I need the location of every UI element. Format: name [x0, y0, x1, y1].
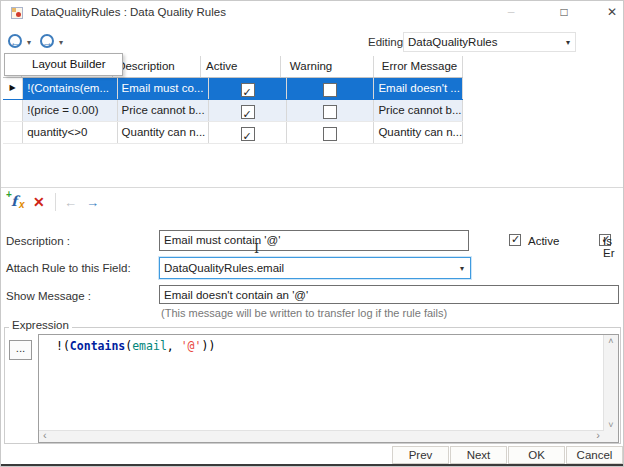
fx-f-glyph: f — [11, 193, 17, 209]
chevron-down-icon[interactable]: ▾ — [460, 264, 464, 273]
scroll-left-icon[interactable]: ‹ — [43, 429, 47, 441]
cell-description[interactable]: Quantity can n... — [118, 122, 209, 143]
close-button[interactable]: ✕ — [598, 1, 624, 23]
cell-rule[interactable]: !(price = 0.00) — [23, 100, 117, 121]
title-bar[interactable]: DataQualityRules : Data Quality Rules – … — [1, 1, 623, 25]
next-rule-icon[interactable]: → — [86, 195, 99, 210]
delete-rule-icon[interactable]: ✕ — [33, 194, 45, 210]
editing-label: Editing: — [368, 36, 406, 48]
new-rule-fx-icon[interactable]: + f x — [7, 193, 29, 211]
grid-header-description[interactable]: Description — [113, 56, 201, 77]
maximize-button[interactable]: □ — [550, 1, 578, 23]
show-message-value: Email doesn't contain an '@' — [164, 288, 308, 303]
show-message-label: Show Message : — [6, 290, 91, 302]
app-window: DataQualityRules : Data Quality Rules – … — [0, 0, 624, 467]
description-label: Description : — [6, 235, 70, 247]
attach-field-value: DataQualityRules.email — [164, 261, 284, 276]
next-button[interactable]: Next — [450, 446, 507, 464]
active-checkbox[interactable] — [509, 234, 521, 246]
grid-header-warning[interactable]: Warning — [281, 56, 374, 77]
expression-code-line: !(Contains(email, '@')) — [56, 339, 215, 353]
cancel-button[interactable]: Cancel — [566, 446, 623, 464]
code-token: !( — [56, 339, 70, 353]
back-button-icon[interactable]: ← — [8, 34, 22, 48]
description-input[interactable]: Email must contain '@' — [159, 230, 469, 251]
scroll-up-icon[interactable]: ˄ — [604, 336, 618, 346]
window-title: DataQualityRules : Data Quality Rules — [31, 6, 226, 18]
attach-field-combobox[interactable]: DataQualityRules.email ▾ — [159, 257, 471, 279]
warning-checkbox[interactable] — [323, 127, 337, 141]
editing-combobox-value: DataQualityRules — [408, 35, 497, 50]
scroll-down-icon[interactable]: ˅ — [604, 420, 618, 430]
vertical-scrollbar[interactable]: ˄ ˅ — [603, 335, 618, 431]
warning-checkbox[interactable] — [323, 105, 337, 119]
active-checkbox-label: Active — [528, 235, 559, 247]
expression-group-label: Expression — [9, 319, 72, 331]
cell-description[interactable]: Email must co... — [118, 78, 209, 99]
warning-checkbox[interactable] — [323, 83, 337, 97]
cell-error-message[interactable]: Quantity can n... — [374, 122, 463, 143]
menu-item-layout-builder[interactable]: Layout Builder — [5, 54, 122, 75]
fx-x-glyph: x — [19, 199, 25, 210]
toolbar-separator — [55, 193, 56, 211]
attach-field-label: Attach Rule to this Field: — [6, 262, 131, 274]
active-checkbox[interactable] — [241, 127, 255, 141]
expression-editor-button[interactable]: ... — [9, 340, 32, 360]
table-row[interactable]: quantity<>0 Quantity can n... Quantity c… — [3, 122, 463, 144]
table-row[interactable]: ▶ !(Contains(em... Email must co... Emai… — [3, 78, 463, 100]
is-error-checkbox-label: Is Er — [603, 235, 623, 259]
cell-active — [209, 122, 287, 143]
prev-button[interactable]: Prev — [392, 446, 449, 464]
cell-error-message[interactable]: Email doesn't ... — [374, 78, 463, 99]
cell-rule[interactable]: quantity<>0 — [23, 122, 117, 143]
table-row[interactable]: !(price = 0.00) Price cannot b... Price … — [3, 100, 463, 122]
cell-warning — [287, 100, 374, 121]
chevron-down-icon[interactable]: ▾ — [566, 38, 570, 47]
cell-warning — [287, 122, 374, 143]
cell-active — [209, 100, 287, 121]
row-indicator — [3, 100, 23, 121]
row-indicator — [3, 122, 23, 143]
scroll-right-icon[interactable]: › — [596, 429, 600, 441]
dropdown-menu: Layout Builder — [4, 53, 123, 76]
code-token: , — [167, 339, 181, 353]
horizontal-scrollbar[interactable]: ‹ › — [39, 430, 604, 442]
expression-code-editor[interactable]: !(Contains(email, '@')) ˄ ˅ ‹ › — [38, 334, 619, 443]
code-token-identifier: email — [132, 339, 167, 353]
code-token: )) — [201, 339, 215, 353]
active-checkbox[interactable] — [241, 83, 255, 97]
cell-error-message[interactable]: Price cannot b... — [374, 100, 463, 121]
row-indicator-icon: ▶ — [3, 78, 23, 99]
panel-divider — [1, 187, 624, 188]
forward-dropdown-caret-icon[interactable]: ▾ — [59, 38, 63, 47]
show-message-hint: (This message will be written to transfe… — [161, 307, 447, 319]
active-checkbox[interactable] — [241, 105, 255, 119]
cell-rule[interactable]: !(Contains(em... — [23, 78, 117, 99]
cell-active — [209, 78, 287, 99]
code-token-string: '@' — [181, 339, 202, 353]
back-dropdown-caret-icon[interactable]: ▾ — [27, 38, 31, 47]
text-cursor-icon: I — [254, 241, 259, 256]
show-message-input[interactable]: Email doesn't contain an '@' — [159, 285, 619, 304]
minimize-button[interactable]: – — [497, 1, 525, 23]
ok-button[interactable]: OK — [508, 446, 565, 464]
app-icon — [11, 7, 23, 19]
grid-header-error-message[interactable]: Error Message — [374, 56, 463, 77]
cell-warning — [287, 78, 374, 99]
code-token-function: Contains — [70, 339, 125, 353]
scrollbar-corner — [604, 431, 618, 442]
editing-combobox[interactable]: DataQualityRules ▾ — [403, 32, 576, 52]
cell-description[interactable]: Price cannot b... — [118, 100, 209, 121]
previous-rule-icon[interactable]: ← — [64, 195, 77, 210]
forward-button-icon[interactable]: → — [40, 34, 54, 48]
description-input-value: Email must contain '@' — [164, 233, 280, 248]
grid-header-active[interactable]: Active — [201, 56, 281, 77]
